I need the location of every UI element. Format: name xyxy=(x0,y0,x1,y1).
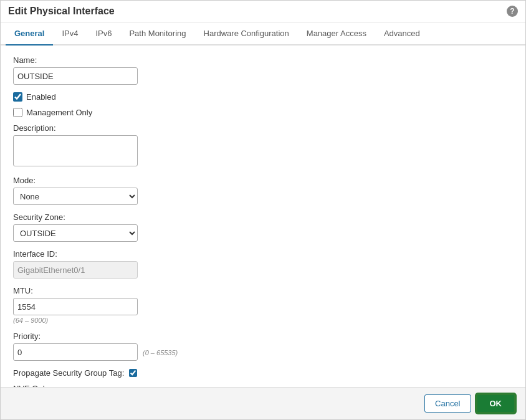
tab-hardware-configuration[interactable]: Hardware Configuration xyxy=(195,22,298,45)
tab-advanced[interactable]: Advanced xyxy=(375,22,429,45)
priority-input[interactable] xyxy=(13,343,138,361)
enabled-checkbox[interactable] xyxy=(13,92,22,102)
security-zone-group: Security Zone: OUTSIDE INSIDE DMZ xyxy=(13,212,513,242)
mtu-hint: (64 – 9000) xyxy=(13,317,513,324)
propagate-label: Propagate Security Group Tag: xyxy=(13,368,124,378)
tab-path-monitoring[interactable]: Path Monitoring xyxy=(120,22,194,45)
description-input[interactable] xyxy=(13,135,138,166)
dialog-body: Name: Enabled Management Only Descriptio… xyxy=(1,45,525,387)
mode-group: Mode: None Passive Inline xyxy=(13,176,513,205)
tab-general[interactable]: General xyxy=(6,22,53,45)
mtu-group: MTU: (64 – 9000) xyxy=(13,286,513,324)
security-zone-select[interactable]: OUTSIDE INSIDE DMZ xyxy=(13,224,138,242)
security-zone-label: Security Zone: xyxy=(13,212,513,222)
priority-group: Priority: (0 – 65535) xyxy=(13,332,513,361)
management-only-label: Management Only xyxy=(26,108,92,117)
name-group: Name: xyxy=(13,55,513,85)
priority-label: Priority: xyxy=(13,332,513,341)
tabs-bar: General IPv4 IPv6 Path Monitoring Hardwa… xyxy=(1,22,525,45)
tab-ipv4[interactable]: IPv4 xyxy=(53,22,87,45)
interface-id-group: Interface ID: xyxy=(13,249,513,279)
help-icon[interactable]: ? xyxy=(507,6,518,17)
name-input[interactable] xyxy=(13,67,138,85)
priority-hint: (0 – 65535) xyxy=(143,349,178,356)
tab-ipv6[interactable]: IPv6 xyxy=(87,22,120,45)
mode-select[interactable]: None Passive Inline xyxy=(13,188,138,205)
dialog-footer: Cancel OK xyxy=(1,387,525,419)
interface-id-input xyxy=(13,261,138,279)
mtu-input[interactable] xyxy=(13,298,138,315)
dialog-title-bar: Edit Physical Interface ? xyxy=(1,1,525,22)
management-only-checkbox[interactable] xyxy=(13,108,22,117)
tab-manager-access[interactable]: Manager Access xyxy=(298,22,375,45)
description-label: Description: xyxy=(13,123,513,133)
management-only-row: Management Only xyxy=(13,108,513,117)
enabled-row: Enabled xyxy=(13,92,513,102)
propagate-row: Propagate Security Group Tag: xyxy=(13,368,513,378)
propagate-checkbox[interactable] xyxy=(129,369,137,377)
description-group: Description: xyxy=(13,123,513,168)
interface-id-label: Interface ID: xyxy=(13,249,513,259)
enabled-label: Enabled xyxy=(26,92,56,102)
cancel-button[interactable]: Cancel xyxy=(424,394,471,413)
mtu-label: MTU: xyxy=(13,286,513,295)
ok-button[interactable]: OK xyxy=(476,394,516,413)
name-label: Name: xyxy=(13,55,513,65)
dialog-title: Edit Physical Interface xyxy=(8,6,115,17)
mode-label: Mode: xyxy=(13,176,513,185)
edit-physical-interface-dialog: Edit Physical Interface ? General IPv4 I… xyxy=(0,0,526,420)
